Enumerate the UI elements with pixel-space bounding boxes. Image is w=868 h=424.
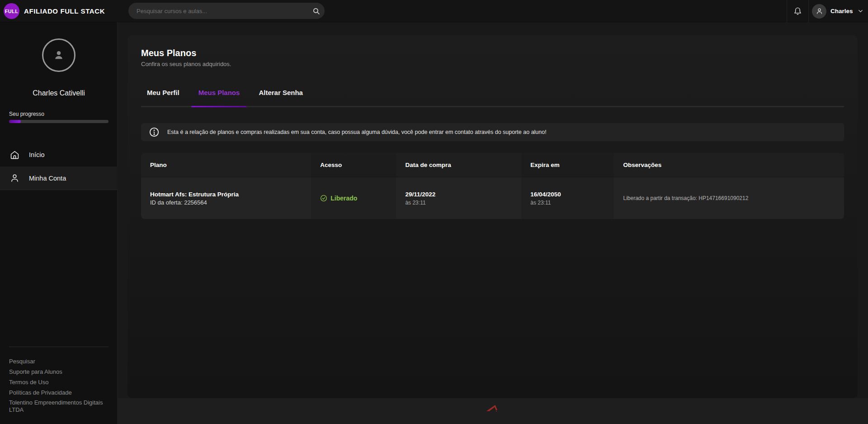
link-suporte[interactable]: Suporte para Alunos: [9, 367, 111, 377]
page-subtitle: Confira os seus planos adquiridos.: [141, 61, 231, 67]
purchase-date: 29/11/2022: [405, 191, 521, 198]
tab-alterar-senha[interactable]: Alterar Senha: [251, 85, 310, 107]
search-icon[interactable]: [307, 7, 325, 15]
sidebar-item-label: Minha Conta: [29, 175, 66, 182]
check-circle-icon: [320, 195, 327, 202]
info-banner-text: Esta é a relação de planos e compras rea…: [167, 129, 547, 135]
tab-meus-planos[interactable]: Meus Planos: [191, 85, 247, 107]
column-header: Data de compra: [405, 162, 521, 168]
sidebar-footer-links: Pesquisar Suporte para Alunos Termos de …: [9, 356, 111, 398]
notifications-button[interactable]: [789, 0, 806, 22]
column-header: Observações: [623, 162, 844, 168]
brand-logo-text: FULL: [5, 9, 18, 14]
sidebar-divider: [9, 347, 108, 347]
profile-avatar[interactable]: [42, 38, 75, 72]
table-header-row: Plano Acesso Data de compra Expira em Ob…: [141, 153, 844, 176]
company-name: Tolentino Empreendimentos Digitais LTDA: [9, 399, 104, 414]
user-menu-name: Charles: [830, 8, 853, 14]
sidebar-item-label: Início: [29, 151, 45, 158]
search-bar: [128, 3, 325, 19]
bell-icon: [793, 7, 802, 15]
tab-label: Meu Perfil: [147, 89, 179, 96]
tabs: Meu Perfil Meus Planos Alterar Senha: [140, 85, 310, 107]
brand-logo[interactable]: FULL: [4, 3, 19, 19]
cell-plano: Hotmart Afs: Estrutura Própria ID da ofe…: [141, 177, 311, 219]
cell-acesso: Liberado: [311, 177, 396, 219]
profile-name: Charles Cativelli: [0, 89, 118, 97]
sidebar-item-inicio[interactable]: Início: [0, 143, 118, 167]
progress-fill: [9, 120, 21, 123]
info-icon: [141, 127, 167, 137]
main-panel: Meus Planos Confira os seus planos adqui…: [127, 35, 858, 398]
cell-observacoes: Liberado a partir da transação: HP147166…: [614, 177, 844, 219]
info-banner: Esta é a relação de planos e compras rea…: [141, 123, 844, 141]
topbar-divider: [787, 0, 787, 22]
status-text: Liberado: [330, 195, 357, 202]
person-icon: [52, 48, 66, 62]
plan-offer-id: ID da oferta: 2256564: [150, 199, 311, 206]
column-header: Plano: [150, 162, 311, 168]
user-avatar-icon: [812, 4, 826, 19]
page-title: Meus Planos: [141, 48, 196, 58]
topbar-divider: [808, 0, 809, 22]
expire-time: às 23:11: [530, 200, 614, 206]
link-pesquisar[interactable]: Pesquisar: [9, 356, 111, 367]
column-header: Expira em: [530, 162, 614, 168]
cell-data-compra: 29/11/2022 às 23:11: [396, 177, 521, 219]
table-row: Hotmart Afs: Estrutura Própria ID da ofe…: [141, 177, 844, 219]
purchase-time: às 23:11: [405, 200, 521, 206]
search-input[interactable]: [128, 8, 307, 14]
topbar: FULL AFILIADO FULL STACK: [0, 0, 868, 22]
status-badge: Liberado: [320, 195, 396, 202]
home-icon: [0, 150, 29, 160]
cell-expira-em: 16/04/2050 às 23:11: [521, 177, 614, 219]
plans-table: Plano Acesso Data de compra Expira em Ob…: [141, 153, 844, 219]
sidebar: Charles Cativelli Seu progresso Início M…: [0, 22, 118, 424]
link-termos[interactable]: Termos de Uso: [9, 377, 111, 387]
footer-brand-icon: [486, 405, 500, 424]
chevron-down-icon: [857, 8, 864, 14]
sidebar-item-minha-conta[interactable]: Minha Conta: [0, 167, 118, 190]
tab-meu-perfil[interactable]: Meu Perfil: [140, 85, 187, 107]
progress-label: Seu progresso: [9, 111, 44, 117]
tab-label: Alterar Senha: [259, 89, 303, 96]
footer-strip: [118, 398, 868, 424]
progress-bar: [9, 120, 108, 123]
brand-title: AFILIADO FULL STACK: [24, 0, 105, 22]
observations-text: Liberado a partir da transação: HP147166…: [623, 195, 844, 201]
column-header: Acesso: [320, 162, 396, 168]
app-root: FULL AFILIADO FULL STACK: [0, 0, 868, 424]
user-menu[interactable]: Charles: [812, 0, 864, 22]
user-icon: [0, 173, 29, 183]
plan-name: Hotmart Afs: Estrutura Própria: [150, 191, 311, 198]
expire-date: 16/04/2050: [530, 191, 614, 198]
link-privacidade[interactable]: Políticas de Privacidade: [9, 387, 111, 398]
tab-label: Meus Planos: [198, 89, 240, 96]
